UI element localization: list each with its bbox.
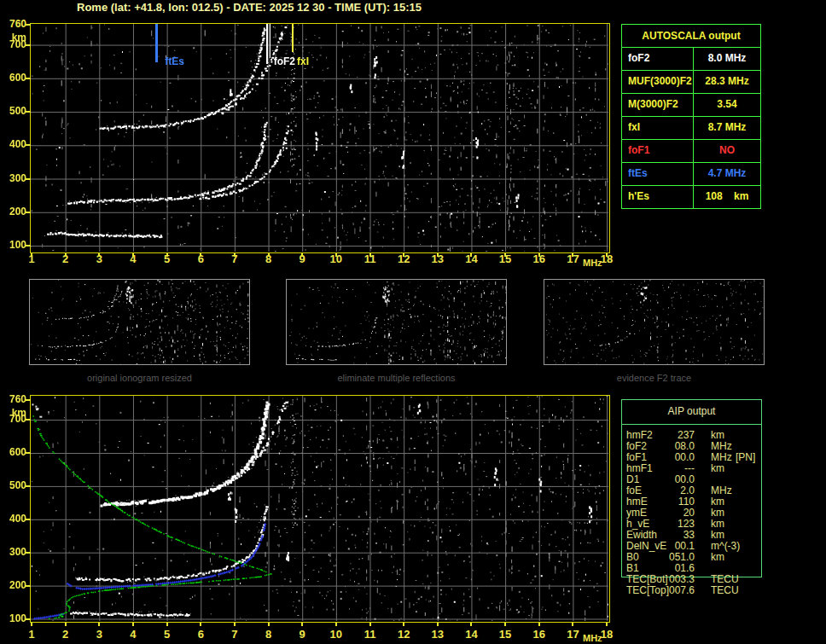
thumbnail-evidence-f2 <box>544 279 765 365</box>
autoscala-label: ftEs <box>622 163 694 185</box>
x-tick-mark <box>369 623 371 626</box>
thumbnail-2-canvas <box>287 280 506 364</box>
x-tick-mark <box>200 253 201 257</box>
x-tick-label-13: 13 <box>427 629 449 641</box>
y-tick-mark <box>25 485 31 487</box>
x-tick-mark <box>470 623 472 626</box>
x-tick-mark <box>335 623 337 626</box>
autoscala-value: 4.7 MHz <box>694 163 760 185</box>
autoscala-value: 8.0 MHz <box>694 48 760 70</box>
y-tick-mark <box>25 44 31 46</box>
x-tick-mark <box>301 623 303 626</box>
x-tick-mark <box>31 623 32 626</box>
autoscala-value: NO <box>694 140 760 162</box>
y-tick-label-400: 400 <box>0 513 26 525</box>
autoscala-value: 28.3 MHz <box>694 71 760 93</box>
x-tick-mark <box>538 623 540 626</box>
x-tick-mark <box>470 253 472 257</box>
x-tick-mark <box>606 623 608 626</box>
x-tick-mark <box>166 253 168 257</box>
x-tick-mark <box>301 253 303 257</box>
y-tick-mark <box>25 618 31 620</box>
fof2-annotation: foF2 <box>268 55 295 67</box>
x-tick-mark <box>504 623 506 626</box>
y-tick-mark <box>25 245 31 247</box>
aip-table-header: AIP output <box>622 405 761 417</box>
y-tick-mark <box>25 78 31 79</box>
y-tick-mark <box>25 419 31 421</box>
ftes-annotation: ftEs <box>159 55 184 67</box>
y-tick-label-200: 200 <box>0 580 26 591</box>
x-tick-mark <box>98 253 100 257</box>
aip-unit: km <box>711 463 724 474</box>
x-tick-mark <box>200 623 201 626</box>
aip-header-divider <box>622 424 761 425</box>
aip-extra: [PN] <box>736 452 755 463</box>
bottom-ionogram-canvas <box>31 396 608 621</box>
autoscala-output-table: AUTOSCALA output foF28.0 MHz MUF(3000)F2… <box>621 24 761 209</box>
x-tick-label-2: 2 <box>55 629 77 641</box>
x-tick-label-10: 10 <box>325 629 347 641</box>
autoscala-row-m3000: M(3000)F23.54 <box>622 93 760 116</box>
y-tick-label-760: 760 <box>0 394 26 405</box>
autoscala-row-hes: h'Es108 km <box>622 185 760 208</box>
y-tick-mark <box>25 111 31 113</box>
autoscala-label: foF2 <box>622 48 694 70</box>
x-tick-mark <box>437 253 439 257</box>
autoscala-table-header: AUTOSCALA output <box>622 25 760 47</box>
autoscala-label: M(3000)F2 <box>622 94 694 116</box>
x-tick-label-4: 4 <box>122 629 144 641</box>
x-tick-mark <box>98 623 100 626</box>
x-tick-mark <box>166 623 168 626</box>
x-tick-label-12: 12 <box>393 629 415 641</box>
autoscala-row-fxi: fxI8.7 MHz <box>622 116 760 139</box>
x-tick-label-9: 9 <box>291 629 313 641</box>
thumbnail-1-canvas <box>30 280 249 364</box>
y-tick-mark <box>25 519 31 520</box>
x-tick-mark <box>132 623 134 626</box>
y-tick-label-100: 100 <box>0 613 26 624</box>
y-tick-label-100: 100 <box>0 240 26 251</box>
aip-unit: km <box>711 552 724 563</box>
y-tick-mark <box>25 399 31 401</box>
x-tick-mark <box>437 623 439 626</box>
x-tick-mark <box>31 253 32 257</box>
x-tick-mark <box>403 623 404 626</box>
x-tick-mark <box>369 253 371 257</box>
top-ionogram-canvas <box>31 24 608 252</box>
x-tick-mark <box>504 253 506 257</box>
autoscala-label: h'Es <box>622 186 694 208</box>
thumbnail-3-canvas <box>544 280 764 364</box>
bottom-ionogram-plot <box>30 395 610 623</box>
y-tick-label-760: 760 <box>0 19 26 30</box>
y-tick-mark <box>25 552 31 554</box>
x-tick-label-15: 15 <box>494 629 516 641</box>
thumbnail-original-ionogram <box>29 279 250 365</box>
top-ionogram-plot: ftEs foF2 fxI <box>30 23 610 253</box>
autoscala-value: 8.7 MHz <box>694 117 760 139</box>
x-tick-mark <box>132 253 134 257</box>
y-tick-label-300: 300 <box>0 173 26 184</box>
y-tick-mark <box>25 212 31 213</box>
autoscala-label: foF1 <box>622 140 694 162</box>
aip-output-table: AIP output hmF2237kmfoF208.0MHzfoF100.0M… <box>621 399 762 577</box>
y-tick-label-300: 300 <box>0 547 26 558</box>
x-tick-mark <box>268 253 270 257</box>
y-tick-label-600: 600 <box>0 447 26 458</box>
y-tick-mark <box>25 178 31 180</box>
autoscala-row-fof2: foF28.0 MHz <box>622 47 760 70</box>
x-tick-mark <box>65 253 67 257</box>
x-tick-mark <box>606 253 608 257</box>
x-tick-mark <box>234 623 236 626</box>
autoscala-label: MUF(3000)F2 <box>622 71 694 93</box>
autoscala-label: fxI <box>622 117 694 139</box>
y-axis-unit: km <box>0 32 26 44</box>
aip-value: 007.6 <box>643 585 695 596</box>
y-tick-mark <box>25 585 31 587</box>
thumbnail-2-caption: eliminate multiple reflections <box>286 373 507 383</box>
x-tick-mark <box>572 623 573 626</box>
x-tick-mark <box>335 253 337 257</box>
thumbnail-1-caption: original ionogram resized <box>29 373 250 383</box>
x-tick-label-3: 3 <box>88 629 110 641</box>
x-tick-label-1: 1 <box>20 629 43 641</box>
